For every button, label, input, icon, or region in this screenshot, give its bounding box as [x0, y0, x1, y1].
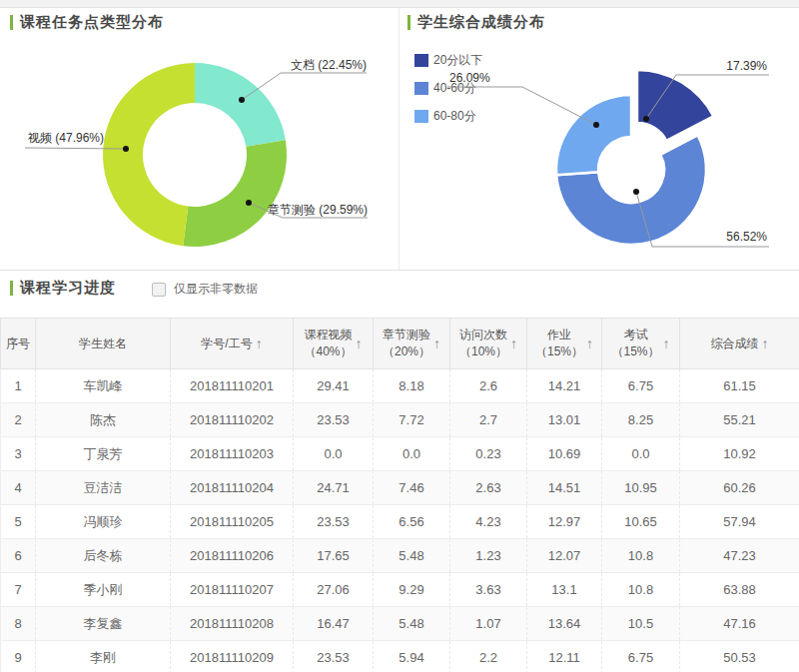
table-cell: 2 — [1, 403, 36, 437]
table-cell: 201811110202 — [171, 403, 294, 437]
table-cell: 5.48 — [374, 607, 450, 641]
table-cell: 10.65 — [602, 505, 680, 539]
table-cell: 201811110208 — [171, 607, 294, 641]
table-cell: 10.5 — [602, 607, 680, 641]
sort-arrow-icon[interactable]: ↑ — [663, 336, 670, 351]
callout-dot — [643, 116, 649, 122]
table-cell: 1.07 — [450, 607, 527, 641]
column-header-6[interactable]: 作业（15%）↑ — [527, 319, 602, 369]
table-cell: 14.21 — [527, 369, 602, 403]
nonzero-filter-label: 仅显示非零数据 — [174, 281, 258, 298]
table-cell: 2.63 — [450, 471, 527, 505]
table-cell: 0.0 — [294, 437, 374, 471]
table-cell: 61.15 — [680, 369, 799, 403]
table-cell: 201811110203 — [171, 437, 294, 471]
sort-arrow-icon[interactable]: ↑ — [356, 336, 363, 351]
table-row-7: 7季小刚20181111020727.069.293.6313.110.863.… — [1, 573, 799, 607]
title-accent-bar — [10, 281, 13, 296]
pie-slice-2[interactable] — [556, 95, 631, 175]
pie-slice-2[interactable] — [103, 63, 195, 246]
table-cell: 12.97 — [527, 505, 602, 539]
callout-dot — [123, 146, 129, 152]
table-cell: 63.88 — [680, 573, 799, 607]
table-row-8: 8李复鑫20181111020816.475.481.0713.6410.547… — [1, 607, 799, 641]
column-label: 学生姓名 — [79, 336, 127, 352]
table-row-2: 2陈杰20181111020223.537.722.713.018.2555.2… — [1, 403, 799, 437]
column-header-3[interactable]: 课程视频（40%）↑ — [294, 319, 374, 369]
table-cell: 29.41 — [294, 369, 374, 403]
pie-slice-0[interactable] — [637, 70, 713, 141]
table-cell: 13.1 — [527, 573, 602, 607]
table-cell: 10.92 — [680, 437, 799, 471]
table-row-6: 6后冬栋20181111020617.655.481.2312.0710.847… — [1, 539, 799, 573]
table-cell: 5.48 — [374, 539, 450, 573]
callout-label: 17.39% — [726, 59, 767, 73]
column-header-8[interactable]: 综合成绩↑ — [680, 319, 799, 369]
table-cell: 季小刚 — [36, 573, 171, 607]
task-type-chart-panel: 课程任务点类型分布 文档 (22.45%)章节测验 (29.59%)视频 (47… — [0, 8, 400, 270]
table-cell: 丁泉芳 — [36, 437, 171, 471]
table-row-5: 5冯顺珍20181111020523.536.564.2312.9710.655… — [1, 505, 799, 539]
table-cell: 57.94 — [680, 505, 799, 539]
callout-label: 文档 (22.45%) — [291, 58, 367, 72]
column-header-7[interactable]: 考试（15%）↑ — [602, 319, 680, 369]
table-cell: 6.75 — [602, 369, 680, 403]
table-cell: 17.65 — [294, 539, 374, 573]
table-cell: 60.26 — [680, 471, 799, 505]
callout-dot — [593, 122, 599, 128]
table-cell: 10.95 — [602, 471, 680, 505]
callout-dot — [633, 189, 639, 195]
table-cell: 27.06 — [294, 573, 374, 607]
nonzero-filter-checkbox[interactable] — [152, 283, 166, 297]
table-cell: 201811110201 — [171, 369, 294, 403]
callout-label: 章节测验 (29.59%) — [268, 203, 368, 217]
table-cell: 23.53 — [294, 641, 374, 672]
table-cell: 201811110209 — [171, 641, 294, 672]
table-body: 1车凯峰20181111020129.418.182.614.216.7561.… — [1, 369, 799, 672]
column-header-5[interactable]: 访问次数（10%）↑ — [450, 319, 527, 369]
progress-section-header: 课程学习进度 仅显示非零数据 — [0, 271, 799, 318]
column-label: 课程视频（40%） — [304, 327, 352, 360]
charts-row: 课程任务点类型分布 文档 (22.45%)章节测验 (29.59%)视频 (47… — [0, 8, 799, 270]
table-cell: 23.53 — [294, 403, 374, 437]
sort-arrow-icon[interactable]: ↑ — [256, 336, 263, 351]
table-cell: 201811110207 — [171, 573, 294, 607]
table-cell: 2.7 — [450, 403, 527, 437]
column-header-2[interactable]: 学号/工号↑ — [171, 319, 294, 369]
progress-section: 课程学习进度 仅显示非零数据 序号学生姓名学号/工号↑课程视频（40%）↑章节测… — [0, 270, 799, 672]
table-cell: 0.23 — [450, 437, 527, 471]
table-row-9: 9李刚20181111020923.535.942.212.116.7550.5… — [1, 641, 799, 672]
table-cell: 8.18 — [374, 369, 450, 403]
table-row-1: 1车凯峰20181111020129.418.182.614.216.7561.… — [1, 369, 799, 403]
table-cell: 5 — [1, 505, 36, 539]
callout-label: 26.09% — [449, 71, 490, 85]
table-cell: 冯顺珍 — [36, 505, 171, 539]
table-header-row: 序号学生姓名学号/工号↑课程视频（40%）↑章节测验（20%）↑访问次数（10%… — [1, 319, 799, 369]
table-cell: 2.2 — [450, 641, 527, 672]
table-cell: 7 — [1, 573, 36, 607]
table-cell: 3 — [1, 437, 36, 471]
section-title-text: 课程学习进度 — [20, 279, 116, 298]
column-header-1: 学生姓名 — [36, 319, 171, 369]
pie-slice-0[interactable] — [195, 63, 286, 147]
column-label: 考试（15%） — [611, 327, 659, 360]
table-cell: 10.8 — [602, 539, 680, 573]
callout-label: 56.52% — [726, 230, 767, 244]
table-cell: 李刚 — [36, 641, 171, 672]
sort-arrow-icon[interactable]: ↑ — [762, 336, 769, 351]
sort-arrow-icon[interactable]: ↑ — [586, 336, 593, 351]
column-header-4[interactable]: 章节测验（20%）↑ — [374, 319, 450, 369]
table-cell: 8 — [1, 607, 36, 641]
table-cell: 0.0 — [374, 437, 450, 471]
table-cell: 7.46 — [374, 471, 450, 505]
table-cell: 10.8 — [602, 573, 680, 607]
table-cell: 9.29 — [374, 573, 450, 607]
column-label: 章节测验（20%） — [383, 327, 430, 360]
score-distribution-chart-panel: 学生综合成绩分布 20分以下 40-60分 60-80分 17.39%26.09… — [400, 8, 799, 270]
sort-arrow-icon[interactable]: ↑ — [433, 336, 440, 351]
pie-slice-1[interactable] — [183, 140, 287, 247]
sort-arrow-icon[interactable]: ↑ — [510, 336, 517, 351]
top-divider-strip — [0, 0, 799, 8]
progress-table: 序号学生姓名学号/工号↑课程视频（40%）↑章节测验（20%）↑访问次数（10%… — [0, 318, 799, 672]
column-label: 访问次数（10%） — [459, 327, 507, 360]
